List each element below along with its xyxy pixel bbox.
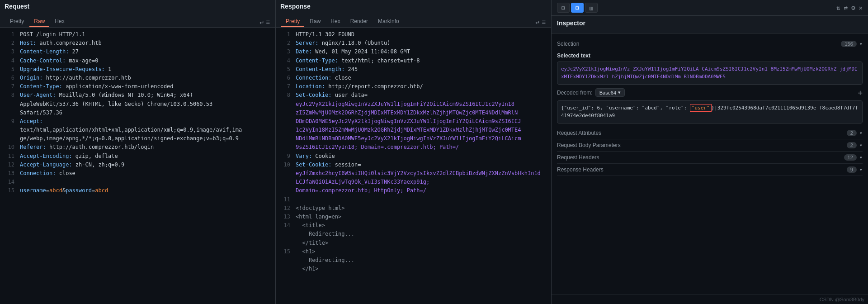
request-line-4: 4 Cache-Control: max-age=0 [0, 57, 275, 65]
section-label-resp-headers: Response Headers [557, 166, 604, 173]
decoded-from-row: Decoded from: Base64 ▾ + [557, 88, 863, 97]
request-body: 1 POST /login HTTP/1.1 2 Host: auth.comp… [0, 28, 275, 304]
section-chevron-resp-headers[interactable]: ▾ [859, 166, 863, 173]
request-line-1: 1 POST /login HTTP/1.1 [0, 30, 275, 39]
decoded-highlighted-value: "user" [690, 104, 712, 112]
request-tab-bar: Pretty Raw Hex ↵ ≡ [0, 13, 275, 28]
credit-text: CSDN @Som3B0dy [552, 294, 868, 304]
response-header: Response [276, 0, 551, 13]
response-line-1: 1 HTTP/1.1 302 FOUND [276, 30, 551, 39]
section-response-headers[interactable]: Response Headers 9 ▾ [557, 164, 863, 176]
decoded-type-dropdown[interactable]: Base64 ▾ [595, 88, 625, 97]
tab-pretty-response[interactable]: Pretty [281, 16, 304, 27]
request-line-9: 9 Accept: text/html,application/xhtml+xm… [0, 117, 275, 143]
request-more-icon[interactable]: ≡ [266, 18, 270, 25]
selected-text-section: Selected text eyJc2VyX21kIjogNiwgInVz ZX… [557, 52, 863, 85]
request-title: Request [5, 3, 29, 10]
inspector-panel: ⊞ ⊟ ▥ ⇅ ⇄ ⚙ ✕ Inspector Selection 156 ▾ … [552, 0, 868, 304]
response-line-13: 13 <html lang=en> [276, 213, 551, 221]
response-wrap-icon[interactable]: ↵ [535, 18, 539, 25]
response-body: 1 HTTP/1.1 302 FOUND 2 Server: nginx/1.1… [276, 28, 551, 304]
tab-markinfo-response[interactable]: MarkInfo [373, 16, 404, 27]
response-line-6: 6 Connection: close [276, 74, 551, 82]
selection-chevron[interactable]: ▾ [859, 41, 863, 47]
view-icon-columns[interactable]: ▥ [585, 3, 598, 13]
tab-render-response[interactable]: Render [346, 16, 373, 27]
section-count-resp-headers: 9 [847, 166, 857, 173]
decoded-json-prefix: {"user_id": 6, "username": "abcd", "role… [561, 105, 690, 111]
view-icon-split[interactable]: ⊟ [571, 3, 584, 13]
section-count-req-body: 2 [847, 142, 857, 148]
request-wrap-icon[interactable]: ↵ [259, 18, 263, 25]
decoded-type-chevron: ▾ [618, 90, 621, 95]
request-line-10: 10 Referer: http://auth.comprezzor.htb/l… [0, 143, 275, 152]
request-line-12: 12 Accept-Language: zh-CN, zh;q=0.9 [0, 161, 275, 169]
response-line-12: 12 <!doctype html> [276, 204, 551, 213]
selection-row: Selection 156 ▾ [557, 37, 863, 49]
inspector-view-icons: ⊞ ⊟ ▥ [557, 3, 598, 13]
selected-text-content: eyJc2VyX21kIjogNiwgInVz ZXJuYW1lIjogImFi… [557, 62, 863, 85]
response-line-8: 8 Set-Cookie: user_data= eyJc2VyX21kIjog… [276, 91, 551, 152]
decoded-add-button[interactable]: + [858, 89, 863, 97]
view-icon-grid[interactable]: ⊞ [557, 3, 570, 13]
request-line-15: 15 username=abcd&password=abcd [0, 186, 275, 195]
inspector-close-icon[interactable]: ✕ [859, 4, 863, 11]
inspector-title-bar: Inspector [552, 16, 868, 33]
response-more-icon[interactable]: ≡ [542, 18, 546, 25]
decoded-content-block: {"user_id": 6, "username": "abcd", "role… [557, 100, 863, 124]
tab-raw-response[interactable]: Raw [305, 16, 325, 27]
section-count-req-headers: 12 [844, 154, 857, 161]
request-line-5: 5 Upgrade-Insecure-Requests: 1 [0, 65, 275, 74]
response-line-5: 5 Content-Length: 245 [276, 65, 551, 74]
inspector-title: Inspector [557, 19, 863, 27]
tab-pretty-request[interactable]: Pretty [5, 16, 28, 27]
section-label-req-body: Request Body Parameters [557, 142, 621, 148]
section-label-req-headers: Request Headers [557, 154, 599, 161]
section-chevron-req-body[interactable]: ▾ [859, 142, 863, 148]
response-line-10: 10 Set-Cookie: session= eyJfZmxhc2hcyI6W… [276, 161, 551, 195]
response-tab-actions: ↵ ≡ [535, 18, 546, 25]
response-panel: Response Pretty Raw Hex Render MarkInfo … [276, 0, 552, 304]
response-line-7: 7 Location: http://report.comprezzor.htb… [276, 82, 551, 91]
section-request-headers[interactable]: Request Headers 12 ▾ [557, 152, 863, 164]
response-title: Response [280, 3, 311, 10]
response-line-15c: </h1> [276, 265, 551, 273]
request-panel: Request Pretty Raw Hex ↵ ≡ 1 POST /login… [0, 0, 276, 304]
tab-hex-request[interactable]: Hex [50, 16, 69, 27]
response-line-3: 3 Date: Wed, 01 May 2024 11:04:08 GMT [276, 48, 551, 56]
request-tab-actions: ↵ ≡ [259, 18, 270, 25]
inspector-layout-icon1[interactable]: ⇅ [836, 4, 840, 11]
response-line-14a: 14 <title> [276, 221, 551, 230]
inspector-body: Selection 156 ▾ Selected text eyJc2VyX21… [552, 33, 868, 294]
request-line-7: 7 Content-Type: application/x-www-form-u… [0, 82, 275, 91]
request-line-13: 13 Connection: close [0, 169, 275, 178]
section-label-req-attr: Request Attributes [557, 130, 601, 136]
selection-label: Selection [557, 41, 579, 47]
request-line-8: 8 User-Agent: Mozilla/5.0 (Windows NT 10… [0, 91, 275, 117]
section-count-req-attr: 2 [847, 130, 857, 136]
decoded-label: Decoded from: [557, 90, 593, 96]
response-line-11: 11 [276, 195, 551, 204]
inspector-top-bar: ⊞ ⊟ ▥ ⇅ ⇄ ⚙ ✕ [552, 0, 868, 16]
selection-count: 156 [841, 41, 856, 47]
request-line-3: 3 Content-Length: 27 [0, 48, 275, 56]
request-line-14: 14 [0, 178, 275, 186]
response-line-15b: Redirecting... [276, 256, 551, 265]
response-line-9: 9 Vary: Cookie [276, 152, 551, 161]
section-request-attributes[interactable]: Request Attributes 2 ▾ [557, 127, 863, 139]
response-line-15a: 15 <h1> [276, 247, 551, 256]
request-line-6: 6 Origin: http://auth.comprezzor.htb [0, 74, 275, 82]
response-line-14c: </title> [276, 239, 551, 247]
tab-hex-response[interactable]: Hex [326, 16, 344, 27]
request-line-2: 2 Host: auth.comprezzor.htb [0, 39, 275, 48]
response-line-2: 2 Server: nginx/1.18.0 (Ubuntu) [276, 39, 551, 48]
inspector-settings-icon[interactable]: ⚙ [851, 4, 855, 11]
section-request-body-params[interactable]: Request Body Parameters 2 ▾ [557, 139, 863, 152]
inspector-layout-icon2[interactable]: ⇄ [844, 4, 848, 11]
section-chevron-req-headers[interactable]: ▾ [859, 154, 863, 161]
tab-raw-request[interactable]: Raw [29, 16, 49, 27]
request-line-11: 11 Accept-Encoding: gzip, deflate [0, 152, 275, 161]
response-tab-bar: Pretty Raw Hex Render MarkInfo ↵ ≡ [276, 13, 551, 28]
decoded-type-value: Base64 [599, 90, 616, 95]
section-chevron-req-attr[interactable]: ▾ [859, 130, 863, 136]
